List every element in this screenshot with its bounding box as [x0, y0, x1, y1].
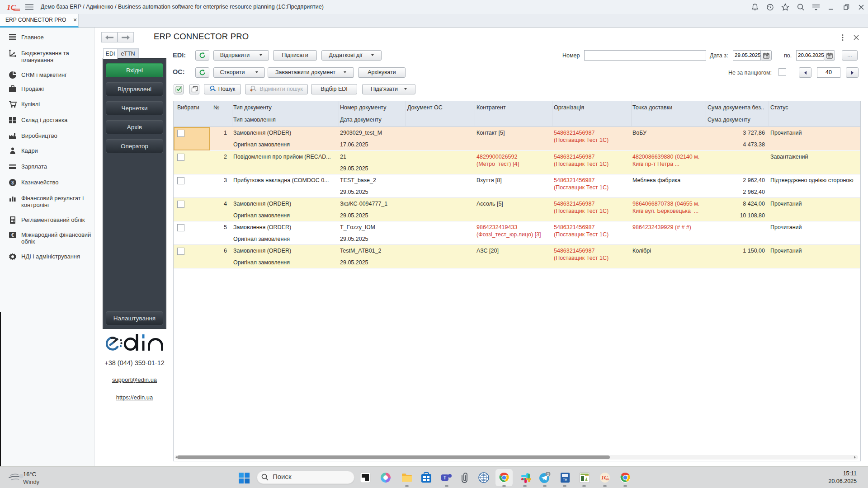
- svg-text:TH: TH: [563, 478, 567, 481]
- svg-text:T: T: [443, 475, 446, 480]
- svg-text:€: €: [11, 232, 14, 238]
- svg-text:2: 2: [547, 472, 549, 477]
- svg-text:$: $: [11, 180, 14, 185]
